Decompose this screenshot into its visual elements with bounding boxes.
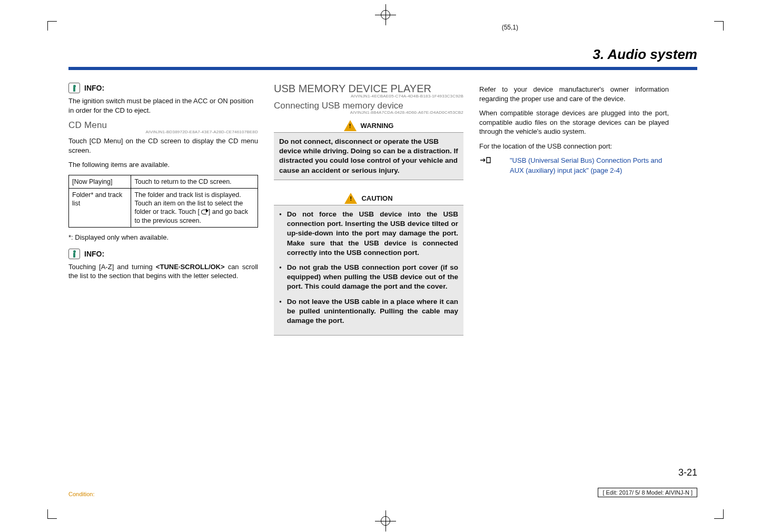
caution-item-text: Do not grab the USB connection port cove… bbox=[287, 263, 458, 292]
list-item: Do not grab the USB connection port cove… bbox=[279, 263, 458, 292]
body-text: Touch [CD Menu] on the CD screen to disp… bbox=[68, 136, 258, 155]
caution-item-text: Do not leave the USB cable in a place wh… bbox=[287, 297, 458, 326]
info-callout: INFO: bbox=[68, 83, 258, 93]
cross-reference: "USB (Universal Serial Bus) Connection P… bbox=[479, 156, 669, 176]
cd-menu-table: [Now Playing] Touch to return to the CD … bbox=[68, 175, 258, 228]
caution-label: CAUTION bbox=[361, 194, 392, 202]
info-label-text: INFO: bbox=[84, 250, 104, 258]
hand-pointer-icon bbox=[479, 156, 492, 176]
page-coordinate: (55,1) bbox=[502, 24, 518, 31]
list-item: Do not force the USB device into the USB… bbox=[279, 210, 458, 258]
body-text: The ignition switch must be placed in th… bbox=[68, 96, 258, 115]
cd-menu-heading: CD Menu bbox=[68, 120, 258, 131]
caution-item-text: Do not force the USB device into the USB… bbox=[287, 210, 458, 258]
caution-block: ! CAUTION Do not force the USB device in… bbox=[274, 193, 463, 336]
body-text: For the location of the USB connection p… bbox=[479, 142, 669, 151]
table-text: The folder and track list is displayed. bbox=[134, 191, 241, 199]
control-name: <TUNE·SCROLL/OK> bbox=[156, 263, 225, 271]
table-cell: Touch to return to the CD screen. bbox=[131, 175, 258, 188]
chapter-heading: 3. Audio system bbox=[68, 46, 697, 66]
list-item: Do not leave the USB cable in a place wh… bbox=[279, 297, 458, 326]
body-text: Touching [A-Z] and turning <TUNE·SCROLL/… bbox=[68, 262, 258, 281]
condition-label: Condition: bbox=[68, 491, 95, 497]
usb-heading: USB MEMORY DEVICE PLAYER bbox=[274, 83, 463, 95]
table-row: [Now Playing] Touch to return to the CD … bbox=[69, 175, 258, 188]
back-icon bbox=[201, 210, 206, 214]
table-row: Folder* and track list The folder and tr… bbox=[69, 188, 258, 227]
info-icon bbox=[68, 83, 80, 93]
caution-triangle-icon: ! bbox=[344, 193, 357, 204]
warning-block: ! WARNING Do not connect, disconnect or … bbox=[274, 120, 463, 180]
warning-label: WARNING bbox=[361, 122, 394, 130]
info-callout: INFO: bbox=[68, 249, 258, 259]
table-cell: Folder* and track list bbox=[69, 188, 131, 227]
warning-text: Do not connect, disconnect or operate th… bbox=[274, 132, 463, 180]
registration-mark-icon bbox=[375, 4, 396, 25]
body-text: Refer to your device manufacturer's owne… bbox=[479, 85, 669, 103]
inline-text: Touching [A-Z] and turning bbox=[68, 263, 156, 271]
column-right: Refer to your device manufacturer's owne… bbox=[479, 83, 669, 336]
table-cell: The folder and track list is displayed. … bbox=[131, 188, 258, 227]
chapter-rule bbox=[68, 67, 697, 70]
info-label-text: INFO: bbox=[84, 84, 104, 92]
crop-mark bbox=[47, 21, 57, 31]
crop-mark bbox=[714, 21, 724, 31]
body-text: When compatible storage devices are plug… bbox=[479, 109, 669, 136]
column-middle: USB MEMORY DEVICE PLAYER AIVINJN1-4ECBAE… bbox=[274, 83, 463, 336]
info-icon bbox=[68, 249, 80, 259]
usb-subheading: Connecting USB memory device bbox=[274, 101, 463, 111]
warning-triangle-icon: ! bbox=[344, 120, 357, 131]
column-left: INFO: The ignition switch must be placed… bbox=[68, 83, 258, 336]
crop-mark bbox=[47, 509, 57, 519]
footnote: *: Displayed only when available. bbox=[68, 233, 258, 242]
table-cell: [Now Playing] bbox=[69, 175, 131, 188]
crop-mark bbox=[714, 509, 724, 519]
edition-stamp: [ Edit: 2017/ 5/ 8 Model: AIVINJ-N ] bbox=[598, 488, 697, 497]
registration-mark-icon bbox=[375, 510, 396, 531]
body-text: The following items are available. bbox=[68, 160, 258, 170]
caution-text: Do not force the USB device into the USB… bbox=[274, 205, 463, 336]
cross-reference-text: "USB (Universal Serial Bus) Connection P… bbox=[494, 156, 669, 176]
page-number: 3-21 bbox=[678, 467, 697, 478]
